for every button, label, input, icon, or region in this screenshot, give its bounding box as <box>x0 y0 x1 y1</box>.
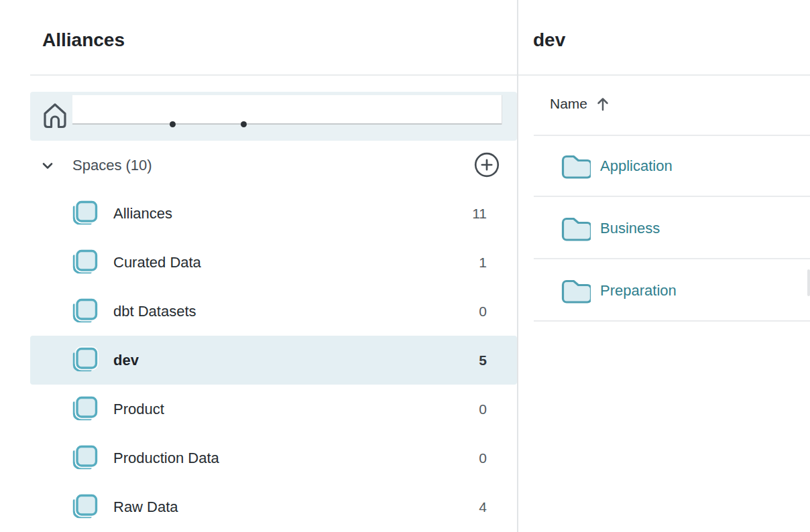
space-name: Curated Data <box>113 254 201 271</box>
sidebar-space-item[interactable]: Raw Data4 <box>30 482 517 531</box>
space-dataset-count: 11 <box>472 206 487 222</box>
space-name: dbt Datasets <box>113 303 196 320</box>
space-name: Raw Data <box>113 498 178 516</box>
folder-name-link[interactable]: Business <box>600 220 660 237</box>
row-divider <box>534 320 810 322</box>
space-icon <box>68 394 99 427</box>
folder-row[interactable]: Business <box>518 197 810 259</box>
sidebar-space-item[interactable]: Alliances11 <box>30 189 517 238</box>
folder-icon <box>560 277 591 306</box>
text-descender-dot <box>170 121 176 127</box>
sidebar-title-divider <box>30 74 517 76</box>
sidebar-space-item[interactable]: Product0 <box>30 385 517 434</box>
sidebar: Alliances Spaces (10) <box>0 0 517 532</box>
folder-icon <box>560 152 591 182</box>
add-circle-icon <box>474 152 500 178</box>
space-dataset-count: 0 <box>479 401 487 417</box>
folder-row[interactable]: Application <box>518 135 810 197</box>
space-dataset-count: 0 <box>479 450 487 466</box>
folder-row[interactable]: Preparation <box>518 259 810 322</box>
space-dataset-count: 1 <box>479 255 487 271</box>
main-title: dev <box>533 29 565 51</box>
chevron-down-icon[interactable] <box>39 157 56 174</box>
sidebar-title: Alliances <box>42 29 125 51</box>
home-row[interactable] <box>30 92 517 141</box>
add-space-button[interactable] <box>474 152 500 178</box>
space-name: Product <box>113 401 164 418</box>
sidebar-space-item[interactable]: Production Data0 <box>30 434 517 482</box>
folder-name-link[interactable]: Preparation <box>600 282 677 300</box>
space-dataset-count: 5 <box>479 352 487 369</box>
space-dataset-count: 0 <box>479 304 487 320</box>
space-icon <box>68 443 99 476</box>
name-column-header[interactable]: Name <box>550 96 610 112</box>
home-icon <box>40 101 70 133</box>
sort-ascending-icon <box>595 96 610 112</box>
space-icon <box>68 492 99 525</box>
space-icon <box>68 247 99 281</box>
space-name: Production Data <box>113 450 219 467</box>
folder-name-link[interactable]: Application <box>600 157 673 175</box>
space-name: dev <box>113 352 139 369</box>
main-title-divider <box>518 74 810 76</box>
space-dataset-count: 4 <box>479 499 487 515</box>
sidebar-space-item[interactable]: dev5 <box>30 336 517 385</box>
sidebar-space-item[interactable]: Curated Data1 <box>30 238 517 287</box>
spaces-tree-header[interactable]: Spaces (10) <box>30 141 517 189</box>
sidebar-space-item[interactable]: dbt Datasets0 <box>30 287 517 336</box>
redacted-text-overlay <box>72 95 502 125</box>
scrollbar-thumb[interactable] <box>807 269 810 296</box>
app-window: Alliances Spaces (10) <box>0 0 810 532</box>
text-descender-dot <box>241 121 247 127</box>
space-icon <box>68 198 99 232</box>
spaces-list: Alliances11Curated Data1dbt Datasets0dev… <box>30 189 517 531</box>
folder-list: ApplicationBusinessPreparation <box>518 135 810 322</box>
space-name: Alliances <box>113 205 172 222</box>
folder-icon <box>560 214 591 244</box>
spaces-tree-label: Spaces (10) <box>72 157 152 174</box>
space-icon <box>68 296 99 330</box>
main-panel: dev Name ApplicationBusinessPreparation <box>518 0 810 532</box>
space-icon <box>68 345 99 379</box>
name-column-label: Name <box>550 96 587 112</box>
